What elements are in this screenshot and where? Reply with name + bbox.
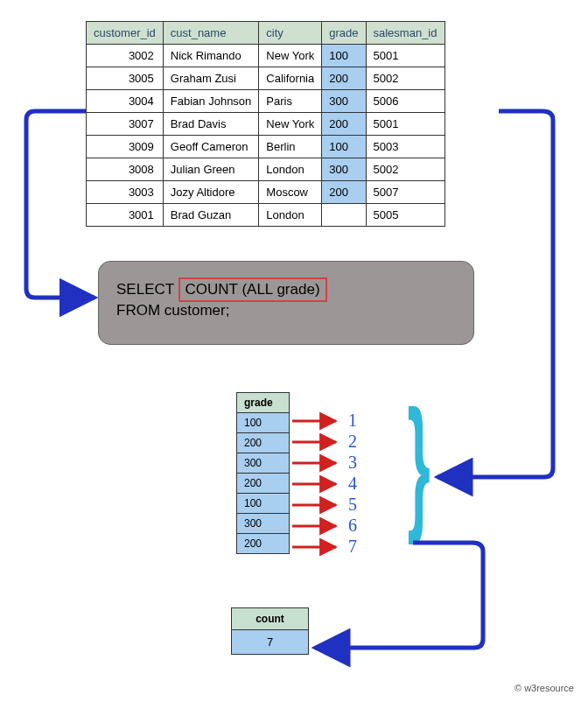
col-salesman-id: salesman_id — [366, 22, 444, 45]
cell-id: 3001 — [87, 204, 164, 227]
cell-sid: 5007 — [366, 181, 444, 204]
cell-name: Graham Zusi — [163, 67, 259, 90]
count-number: 5 — [348, 495, 357, 515]
cell-id: 3009 — [87, 136, 164, 158]
grade-cell: 300 — [237, 453, 290, 474]
count-value: 7 — [232, 630, 309, 655]
col-city: city — [259, 22, 322, 45]
cell-sid: 5005 — [366, 204, 444, 227]
table-row: 3002Nick RimandoNew York1005001 — [87, 45, 445, 67]
cell-id: 3007 — [87, 113, 164, 136]
cell-city: New York — [259, 45, 322, 67]
cell-name: Jozy Altidore — [163, 181, 259, 204]
grade-cell: 200 — [237, 433, 290, 453]
grade-cell: 300 — [237, 514, 290, 534]
cell-city: Paris — [259, 90, 322, 113]
cell-sid: 5006 — [366, 90, 444, 113]
col-cust-name: cust_name — [163, 22, 259, 45]
table-row: 3005Graham ZusiCalifornia2005002 — [87, 67, 445, 90]
count-number: 1 — [348, 411, 357, 431]
cell-sid: 5001 — [366, 45, 444, 67]
table-row: 3004Fabian JohnsonParis3005006 — [87, 90, 445, 113]
cell-id: 3005 — [87, 67, 164, 90]
grade-cell: 200 — [237, 534, 290, 554]
count-number: 7 — [348, 537, 357, 557]
col-customer-id: customer_id — [87, 22, 164, 45]
grade-cell: 100 — [237, 413, 290, 433]
cell-name: Fabian Johnson — [163, 90, 259, 113]
cell-name: Nick Rimando — [163, 45, 259, 67]
cell-grade: 300 — [322, 158, 366, 181]
count-header: count — [232, 608, 309, 630]
cell-name: Brad Guzan — [163, 204, 259, 227]
count-number: 2 — [348, 432, 357, 452]
cell-city: California — [259, 67, 322, 90]
cell-name: Brad Davis — [163, 113, 259, 136]
table-row: 3008Julian GreenLondon3005002 — [87, 158, 445, 181]
cell-id: 3003 — [87, 181, 164, 204]
cell-sid: 5003 — [366, 136, 444, 158]
cell-grade: 100 — [322, 45, 366, 67]
sql-query-box: SELECT COUNT (ALL grade) FROM customer; — [98, 261, 474, 345]
cell-city: London — [259, 204, 322, 227]
sql-count-highlight: COUNT (ALL grade) — [178, 277, 327, 302]
cell-grade: 100 — [322, 136, 366, 158]
cell-grade: 200 — [322, 181, 366, 204]
count-number: 4 — [348, 474, 357, 494]
cell-id: 3002 — [87, 45, 164, 67]
grade-cell: 200 — [237, 474, 290, 494]
cell-sid: 5002 — [366, 67, 444, 90]
cell-grade — [322, 204, 366, 227]
count-result-table: count 7 — [231, 607, 309, 655]
cell-city: Moscow — [259, 181, 322, 204]
count-number: 3 — [348, 453, 357, 473]
table-row: 3003Jozy AltidoreMoscow2005007 — [87, 181, 445, 204]
cell-grade: 300 — [322, 90, 366, 113]
cell-city: London — [259, 158, 322, 181]
cell-city: New York — [259, 113, 322, 136]
cell-id: 3004 — [87, 90, 164, 113]
cell-sid: 5001 — [366, 113, 444, 136]
table-row: 3007Brad DavisNew York2005001 — [87, 113, 445, 136]
count-number: 6 — [348, 516, 357, 536]
cell-name: Geoff Cameron — [163, 136, 259, 158]
footer-credit: © w3resource — [514, 683, 574, 693]
brace-icon: } — [408, 379, 430, 548]
col-grade: grade — [322, 22, 366, 45]
cell-name: Julian Green — [163, 158, 259, 181]
customer-table: customer_id cust_name city grade salesma… — [86, 21, 445, 227]
table-row: 3001Brad GuzanLondon5005 — [87, 204, 445, 227]
sql-from: FROM customer; — [116, 302, 229, 319]
sql-select: SELECT — [116, 281, 178, 298]
grade-column-table: grade 100200300200100300200 — [236, 392, 290, 554]
cell-sid: 5002 — [366, 158, 444, 181]
table-row: 3009Geoff CameronBerlin1005003 — [87, 136, 445, 158]
cell-grade: 200 — [322, 67, 366, 90]
cell-grade: 200 — [322, 113, 366, 136]
grade-header: grade — [237, 393, 290, 413]
cell-city: Berlin — [259, 136, 322, 158]
cell-id: 3008 — [87, 158, 164, 181]
grade-cell: 100 — [237, 494, 290, 514]
